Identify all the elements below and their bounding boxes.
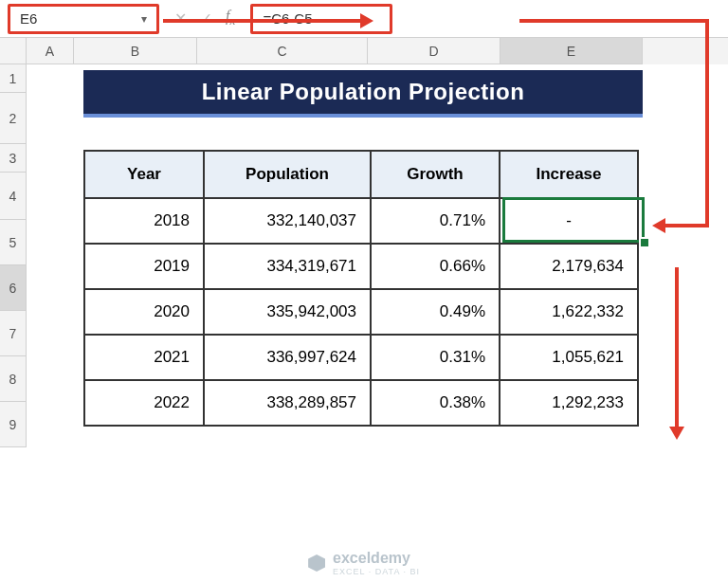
col-header[interactable]: C (197, 38, 368, 64)
column-headers: A B C D E (27, 38, 728, 64)
col-header[interactable]: A (27, 38, 74, 64)
row-header[interactable]: 5 (0, 220, 27, 265)
watermark: exceldemy EXCEL · DATA · BI (308, 550, 420, 576)
cell[interactable]: 335,942,003 (204, 289, 371, 335)
table-row: 2019334,319,6710.66%2,179,634 (84, 244, 638, 289)
row-header[interactable]: 3 (0, 144, 27, 173)
arrow-head-icon (360, 13, 373, 28)
cell[interactable]: 0.49% (371, 289, 500, 335)
cell[interactable]: 1,622,332 (500, 289, 638, 335)
cell[interactable]: 2020 (84, 289, 204, 335)
table-row: 2022338,289,8570.38%1,292,233 (84, 380, 638, 426)
annotation-arrow (163, 19, 362, 23)
annotation-arrow (675, 267, 679, 428)
cell[interactable]: 2022 (84, 380, 204, 426)
cell[interactable]: 0.31% (371, 335, 500, 380)
row-header[interactable]: 4 (0, 173, 27, 220)
row-header-active[interactable]: 6 (0, 265, 27, 311)
cell[interactable]: 334,319,671 (204, 244, 371, 289)
row-header[interactable]: 8 (0, 356, 27, 402)
row-header[interactable]: 7 (0, 311, 27, 356)
col-increase[interactable]: Increase (500, 151, 638, 198)
col-header[interactable]: D (368, 38, 500, 64)
arrow-head-icon (652, 218, 665, 233)
watermark-brand: exceldemy (333, 550, 420, 567)
cell[interactable]: 0.66% (371, 244, 500, 289)
cell[interactable]: 2018 (84, 198, 204, 244)
sheet-area: 1 2 3 4 5 6 7 8 9 A B C D E Linear Popul… (0, 38, 728, 582)
watermark-tag: EXCEL · DATA · BI (333, 567, 420, 576)
table-row: 2020335,942,0030.49%1,622,332 (84, 289, 638, 335)
row-header[interactable]: 2 (0, 93, 27, 144)
row-headers: 1 2 3 4 5 6 7 8 9 (0, 64, 27, 447)
annotation-arrow (664, 224, 709, 227)
cell[interactable]: 336,997,624 (204, 335, 371, 380)
fill-handle[interactable] (639, 237, 650, 248)
cell[interactable]: 1,292,233 (500, 380, 638, 426)
annotation-arrow (519, 19, 709, 23)
table-row: 2021336,997,6240.31%1,055,621 (84, 335, 638, 380)
col-year[interactable]: Year (84, 151, 204, 198)
cell[interactable]: 338,289,857 (204, 380, 371, 426)
table-row: 2018332,140,0370.71%- (84, 198, 638, 244)
cell[interactable]: 1,055,621 (500, 335, 638, 380)
col-population[interactable]: Population (204, 151, 371, 198)
cell[interactable]: - (500, 198, 638, 244)
col-header[interactable]: B (74, 38, 197, 64)
cell[interactable]: 2,179,634 (500, 244, 638, 289)
title-underline (83, 114, 643, 118)
name-box[interactable]: E6 ▾ (8, 4, 159, 34)
row-header[interactable]: 9 (0, 402, 27, 447)
cell[interactable]: 0.71% (371, 198, 500, 244)
annotation-arrow (705, 19, 709, 227)
chevron-down-icon[interactable]: ▾ (141, 12, 147, 26)
select-all-corner[interactable] (0, 38, 27, 64)
table-header-row: Year Population Growth Increase (84, 151, 638, 198)
name-box-value: E6 (20, 10, 37, 27)
row-header[interactable]: 1 (0, 64, 27, 93)
col-header-active[interactable]: E (500, 38, 643, 64)
page-title: Linear Population Projection (83, 70, 643, 114)
cell[interactable]: 332,140,037 (204, 198, 371, 244)
data-table: Year Population Growth Increase 2018332,… (83, 150, 639, 427)
logo-icon (308, 555, 325, 572)
cell[interactable]: 2019 (84, 244, 204, 289)
col-growth[interactable]: Growth (371, 151, 500, 198)
cell[interactable]: 2021 (84, 335, 204, 380)
cell[interactable]: 0.38% (371, 380, 500, 426)
arrow-head-icon (669, 427, 684, 440)
